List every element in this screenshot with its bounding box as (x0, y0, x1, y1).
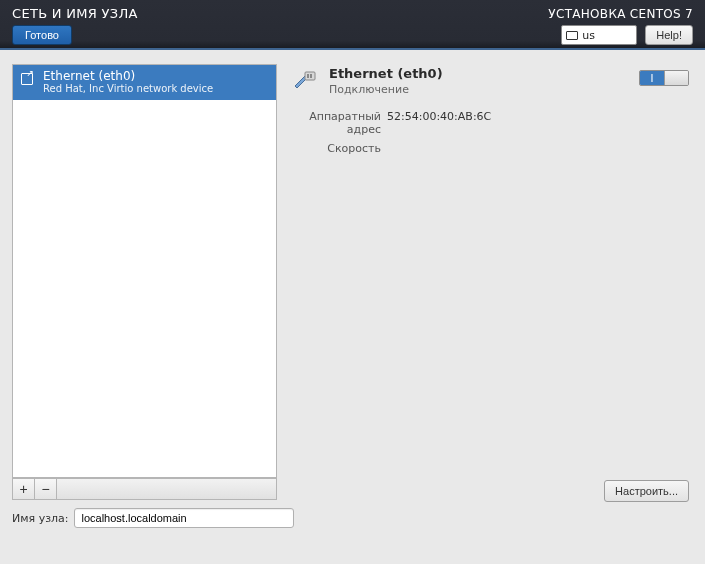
body: Ethernet (eth0) Red Hat, Inc Virtio netw… (0, 50, 705, 540)
interface-status: Подключение (329, 83, 443, 96)
install-title: УСТАНОВКА CENTOS 7 (548, 7, 693, 21)
interface-title: Ethernet (eth0) (329, 66, 443, 81)
remove-device-button[interactable]: − (35, 479, 57, 499)
add-device-button[interactable]: + (13, 479, 35, 499)
keyboard-indicator[interactable]: us (561, 25, 637, 45)
keyboard-icon (566, 31, 578, 40)
device-details-panel: Ethernet (eth0) Подключение I Аппаратный… (287, 64, 693, 500)
connection-toggle[interactable]: I (639, 70, 689, 86)
hostname-input[interactable] (74, 508, 294, 528)
page-title: СЕТЬ И ИМЯ УЗЛА (12, 6, 138, 21)
toggle-knob (664, 71, 688, 85)
speed-label: Скорость (291, 142, 387, 155)
done-button[interactable]: Готово (12, 25, 72, 45)
hw-address-label: Аппаратный адрес (291, 110, 387, 136)
svg-rect-1 (307, 74, 309, 78)
device-vendor: Red Hat, Inc Virtio network device (43, 83, 213, 94)
keyboard-layout-label: us (582, 29, 595, 42)
device-list[interactable]: Ethernet (eth0) Red Hat, Inc Virtio netw… (12, 64, 277, 478)
svg-rect-2 (310, 74, 312, 78)
speed-value (387, 142, 687, 155)
add-remove-toolbar: + − (12, 478, 277, 500)
hw-address-value: 52:54:00:40:AB:6C (387, 110, 687, 136)
device-item[interactable]: Ethernet (eth0) Red Hat, Inc Virtio netw… (13, 65, 276, 100)
device-name: Ethernet (eth0) (43, 69, 213, 83)
network-card-icon (19, 71, 35, 87)
header: СЕТЬ И ИМЯ УЗЛА УСТАНОВКА CENTOS 7 Готов… (0, 0, 705, 50)
configure-button[interactable]: Настроить... (604, 480, 689, 502)
hostname-label: Имя узла: (12, 512, 68, 525)
ethernet-icon (291, 68, 319, 92)
help-button[interactable]: Help! (645, 25, 693, 45)
toggle-on-label: I (640, 71, 664, 85)
